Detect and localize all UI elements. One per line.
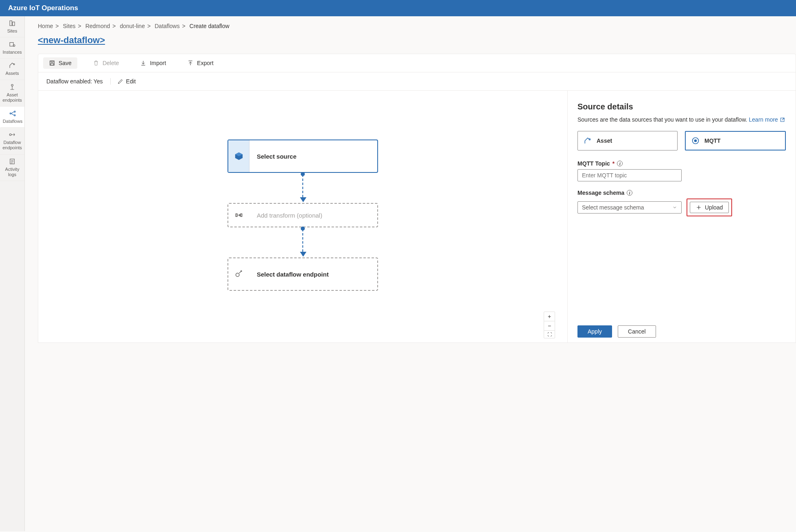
message-schema-label: Message schema i (577, 190, 786, 196)
asset-endpoint-icon (9, 83, 16, 91)
mqtt-icon (691, 137, 700, 145)
breadcrumb-home[interactable]: Home (38, 23, 53, 29)
svg-point-5 (11, 84, 13, 86)
dataflow-enabled-status: Dataflow enabled: Yes (46, 78, 103, 85)
connector (302, 229, 303, 256)
svg-rect-0 (10, 21, 12, 26)
sidebar: Sites Instances Assets Asset endpoints D… (0, 16, 25, 531)
breadcrumb-sites[interactable]: Sites (63, 23, 75, 29)
message-schema-select[interactable]: Select message schema (577, 201, 682, 214)
sidebar-item-asset-endpoints[interactable]: Asset endpoints (0, 80, 24, 107)
svg-point-18 (589, 139, 590, 140)
node-label: Add transform (optional) (249, 212, 322, 219)
info-icon[interactable]: i (627, 190, 632, 196)
zoom-fit-button[interactable]: ⛶ (544, 331, 555, 338)
svg-point-16 (236, 273, 239, 277)
node-label: Select dataflow endpoint (249, 271, 329, 278)
building-icon (9, 20, 16, 27)
breadcrumb-current: Create dataflow (190, 23, 230, 29)
arm-icon (584, 137, 592, 145)
sidebar-item-dataflow-endpoints[interactable]: Dataflow endpoints (0, 128, 24, 154)
export-label: Export (197, 60, 213, 66)
sidebar-item-activity-logs[interactable]: Activity logs (0, 155, 24, 181)
panel-heading: Source details (577, 102, 786, 111)
add-transform-node[interactable]: Add transform (optional) (227, 203, 378, 227)
cancel-button[interactable]: Cancel (618, 325, 656, 338)
delete-label: Delete (103, 60, 119, 66)
transform-icon (235, 211, 243, 219)
sidebar-item-label: Activity logs (1, 167, 24, 177)
type-label: MQTT (704, 137, 721, 144)
mqtt-topic-label: MQTT Topic * i (577, 160, 786, 167)
panel-footer: Apply Cancel (577, 321, 656, 342)
breadcrumb-dataflows[interactable]: Dataflows (155, 23, 179, 29)
select-placeholder: Select message schema (582, 204, 644, 211)
import-button[interactable]: Import (134, 57, 172, 69)
connector (302, 174, 303, 201)
svg-point-8 (14, 115, 15, 116)
page-title[interactable]: <new-dataflow> (38, 35, 105, 46)
source-details-panel: Source details Sources are the data sour… (568, 91, 796, 342)
sidebar-item-dataflows[interactable]: Dataflows (0, 107, 24, 128)
sidebar-item-assets[interactable]: Assets (0, 59, 24, 80)
import-icon (140, 60, 147, 66)
sidebar-item-instances[interactable]: Instances (0, 37, 24, 59)
upload-highlight: Upload (687, 198, 732, 216)
select-endpoint-node[interactable]: Select dataflow endpoint (227, 257, 378, 291)
panel-description: Sources are the data sources that you wa… (577, 116, 786, 123)
endpoint-icon (9, 131, 16, 138)
breadcrumb-donut-line[interactable]: donut-line (120, 23, 145, 29)
svg-rect-1 (13, 22, 15, 26)
sidebar-item-label: Dataflows (3, 119, 22, 124)
delete-button: Delete (87, 57, 125, 69)
svg-point-7 (14, 111, 15, 112)
svg-point-9 (9, 134, 11, 136)
status-bar: Dataflow enabled: Yes Edit (38, 72, 796, 91)
plus-icon (696, 205, 702, 210)
pencil-icon (117, 78, 124, 85)
svg-rect-2 (10, 43, 13, 46)
source-type-asset-button[interactable]: Asset (577, 131, 678, 150)
svg-point-6 (10, 113, 11, 114)
log-icon (9, 158, 16, 165)
sidebar-item-label: Sites (7, 28, 17, 34)
endpoint-target-icon (235, 270, 243, 278)
svg-point-20 (694, 140, 697, 142)
toolbar: Save Delete Import Export (38, 54, 796, 72)
import-label: Import (150, 60, 166, 66)
breadcrumb-redmond[interactable]: Redmond (85, 23, 110, 29)
type-label: Asset (597, 137, 612, 144)
zoom-controls: + − ⛶ (544, 312, 555, 338)
svg-rect-14 (236, 214, 237, 217)
mqtt-topic-input[interactable] (577, 169, 682, 181)
source-type-mqtt-button[interactable]: MQTT (685, 131, 786, 150)
main-content: Home> Sites> Redmond> donut-line> Datafl… (25, 16, 796, 531)
edit-label: Edit (126, 78, 136, 85)
arm-icon (9, 62, 16, 69)
info-icon[interactable]: i (617, 161, 623, 166)
zoom-in-button[interactable]: + (544, 312, 555, 321)
node-label: Select source (249, 153, 297, 160)
upload-button[interactable]: Upload (690, 202, 729, 213)
export-button[interactable]: Export (182, 57, 219, 69)
sidebar-item-sites[interactable]: Sites (0, 16, 24, 37)
save-icon (49, 60, 55, 66)
app-title: Azure IoT Operations (8, 4, 78, 12)
export-icon (187, 60, 194, 66)
select-source-node[interactable]: Select source (227, 140, 378, 173)
learn-more-link[interactable]: Learn more (749, 116, 785, 123)
cube-icon (234, 152, 243, 161)
apply-button[interactable]: Apply (577, 325, 612, 338)
edit-enabled-button[interactable]: Edit (110, 78, 136, 85)
breadcrumb: Home> Sites> Redmond> donut-line> Datafl… (38, 23, 796, 29)
dataflow-icon (9, 110, 16, 117)
trash-icon (93, 60, 99, 66)
save-button[interactable]: Save (43, 57, 77, 69)
svg-rect-13 (51, 63, 54, 65)
sidebar-item-label: Assets (5, 71, 19, 76)
svg-rect-15 (241, 214, 242, 217)
dataflow-canvas: Select source Add transform (optional) S… (38, 91, 568, 342)
zoom-out-button[interactable]: − (544, 321, 555, 331)
app-header: Azure IoT Operations (0, 0, 796, 16)
save-label: Save (59, 60, 72, 66)
